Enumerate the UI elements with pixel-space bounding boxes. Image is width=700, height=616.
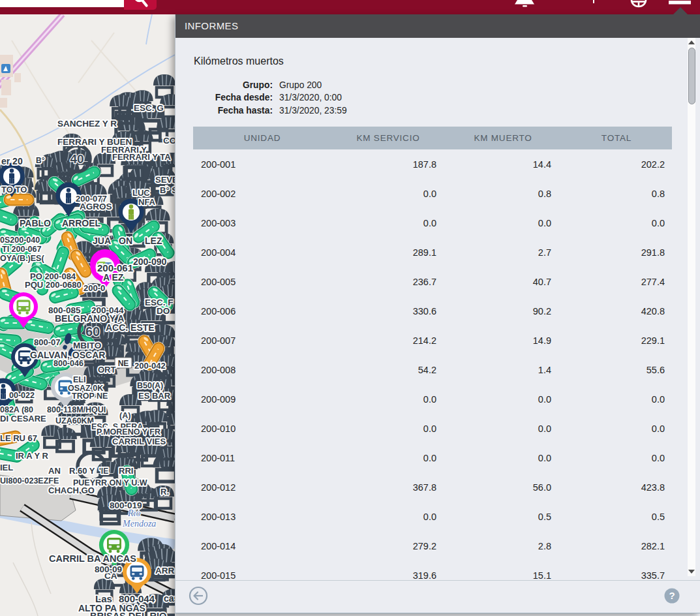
svg-text:ACC. ESTE: ACC. ESTE bbox=[106, 322, 155, 333]
svg-text:082A (80: 082A (80 bbox=[0, 405, 33, 414]
svg-text:cas: cas bbox=[164, 593, 175, 604]
svg-text:R.: R. bbox=[160, 487, 169, 497]
svg-text:IEL: IEL bbox=[0, 463, 13, 472]
svg-text:?: ? bbox=[669, 590, 675, 601]
svg-text:200-090: 200-090 bbox=[133, 256, 167, 267]
svg-text:CARRIL VIES: CARRIL VIES bbox=[112, 437, 166, 446]
svg-text:RRI: RRI bbox=[119, 466, 133, 476]
svg-text:JUA: JUA bbox=[93, 236, 111, 246]
svg-text:UZA60KM: UZA60KM bbox=[55, 416, 94, 425]
svg-text:800-07: 800-07 bbox=[34, 337, 60, 347]
svg-text:DI CESARE: DI CESARE bbox=[0, 414, 46, 424]
svg-text:ES BAR: ES BAR bbox=[138, 391, 171, 401]
svg-text:(A): (A) bbox=[119, 411, 130, 420]
svg-text:'IE: 'IE bbox=[99, 467, 108, 476]
svg-text:AGROS: AGROS bbox=[80, 202, 112, 211]
svg-text:800-118M/HQUI: 800-118M/HQUI bbox=[47, 405, 106, 414]
svg-text:er 20: er 20 bbox=[1, 156, 23, 166]
svg-text:UI800-023EZFE: UI800-023EZFE bbox=[0, 476, 59, 485]
svg-text:DO: DO bbox=[157, 306, 170, 316]
svg-text:800-09: 800-09 bbox=[95, 564, 122, 574]
svg-text:NFA: NFA bbox=[138, 197, 156, 207]
svg-text:ORT: ORT bbox=[98, 365, 116, 375]
svg-text:ON: ON bbox=[119, 236, 132, 246]
svg-text:0S200-040: 0S200-040 bbox=[0, 236, 40, 245]
svg-text:SEVE: SEVE bbox=[155, 175, 175, 185]
svg-text:P.MORENO Y FR: P.MORENO Y FR bbox=[97, 427, 160, 437]
svg-text:ARROEL: ARROEL bbox=[62, 218, 101, 228]
svg-text:PABLO: PABLO bbox=[20, 218, 51, 228]
svg-text:OYA(B.)ES(: OYA(B.)ES( bbox=[0, 254, 44, 263]
svg-text:PQU 200-0680: PQU 200-0680 bbox=[25, 280, 82, 290]
svg-text:TO TO: TO TO bbox=[1, 185, 27, 194]
svg-text:R.60 Y: R.60 Y bbox=[69, 466, 95, 476]
svg-text:LE RU 67: LE RU 67 bbox=[0, 433, 37, 443]
svg-text:BRISAS DEL RIO: BRISAS DEL RIO bbox=[90, 611, 166, 616]
svg-text:CARRIL BA ANCAS: CARRIL BA ANCAS bbox=[49, 553, 136, 564]
svg-text:B° S: B° S bbox=[160, 185, 175, 195]
svg-text:AN: AN bbox=[48, 466, 61, 476]
svg-text:IR A Y R: IR A Y R bbox=[16, 451, 48, 461]
svg-text:ARRA: ARRA bbox=[155, 566, 175, 576]
svg-text:60: 60 bbox=[85, 324, 100, 339]
svg-text:ESC. G: ESC. G bbox=[134, 103, 164, 113]
svg-text:40: 40 bbox=[70, 152, 84, 166]
svg-text:B°: B° bbox=[36, 156, 45, 165]
svg-text:CO: CO bbox=[163, 136, 175, 146]
svg-text:ELI: ELI bbox=[73, 375, 85, 384]
svg-text:TROP NE: TROP NE bbox=[72, 392, 108, 401]
svg-text:Rio: Rio bbox=[127, 508, 140, 518]
svg-text:MBITO: MBITO bbox=[73, 341, 101, 350]
svg-text:200-042: 200-042 bbox=[134, 361, 166, 371]
svg-text:LEZ: LEZ bbox=[145, 236, 162, 246]
svg-text:00-022: 00-022 bbox=[9, 391, 35, 400]
svg-text:B50(A): B50(A) bbox=[137, 381, 163, 390]
svg-text:NE: NE bbox=[118, 359, 129, 368]
svg-text:SANCHEZ Y R: SANCHEZ Y R bbox=[57, 119, 117, 129]
svg-text:200-0: 200-0 bbox=[84, 283, 105, 293]
svg-text:TI 200-067: TI 200-067 bbox=[2, 245, 42, 254]
svg-text:800-046: 800-046 bbox=[53, 359, 84, 368]
svg-text:FERRARI Y TA: FERRARI Y TA bbox=[112, 152, 171, 162]
svg-text:Mendoza: Mendoza bbox=[122, 519, 156, 529]
svg-text:LUC: LUC bbox=[132, 188, 150, 198]
svg-text:CHACH GO: CHACH GO bbox=[48, 485, 95, 495]
svg-text:A EZ: A EZ bbox=[103, 272, 124, 283]
